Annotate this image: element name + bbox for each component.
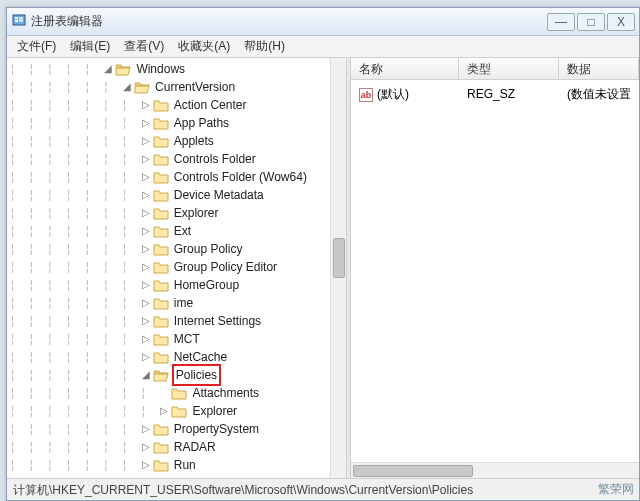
expand-toggle[interactable]: ▷ xyxy=(140,186,152,204)
minimize-button[interactable]: — xyxy=(547,13,575,31)
folder-icon xyxy=(153,476,169,478)
list-body[interactable]: ab(默认) REG_SZ (数值未设置 xyxy=(351,80,639,462)
expand-toggle[interactable]: ▷ xyxy=(140,276,152,294)
tree-label[interactable]: Windows xyxy=(134,60,187,78)
tree-node-attachments[interactable]: ¦ ¦ ¦ ¦ ¦ ¦ ¦ ¦ Attachments xyxy=(9,384,346,402)
value-name: (默认) xyxy=(377,87,409,101)
expand-toggle[interactable]: ◢ xyxy=(121,78,133,96)
tree-label[interactable]: RunOnce xyxy=(172,474,227,478)
expand-toggle[interactable]: ▷ xyxy=(140,474,152,478)
col-type[interactable]: 类型 xyxy=(459,58,559,79)
expand-toggle[interactable]: ▷ xyxy=(140,348,152,366)
folder-icon xyxy=(171,386,187,400)
list-row[interactable]: ab(默认) REG_SZ (数值未设置 xyxy=(351,84,639,104)
tree-node-runonce[interactable]: ¦ ¦ ¦ ¦ ¦ ¦ ¦ ▷RunOnce xyxy=(9,474,346,478)
folder-icon xyxy=(153,332,169,346)
expand-toggle[interactable]: ▷ xyxy=(140,456,152,474)
tree-pane: ¦ ¦ ¦ ¦ ¦ ◢Windows¦ ¦ ¦ ¦ ¦ ¦ ◢CurrentVe… xyxy=(7,58,347,478)
expand-toggle[interactable]: ▷ xyxy=(140,438,152,456)
expand-toggle[interactable]: ▷ xyxy=(140,330,152,348)
tree-node-mct[interactable]: ¦ ¦ ¦ ¦ ¦ ¦ ¦ ▷MCT xyxy=(9,330,346,348)
tree-node-action-center[interactable]: ¦ ¦ ¦ ¦ ¦ ¦ ¦ ▷Action Center xyxy=(9,96,346,114)
tree-node-ext[interactable]: ¦ ¦ ¦ ¦ ¦ ¦ ¦ ▷Ext xyxy=(9,222,346,240)
tree-node-controls-folder[interactable]: ¦ ¦ ¦ ¦ ¦ ¦ ¦ ▷Controls Folder xyxy=(9,150,346,168)
menu-edit[interactable]: 编辑(E) xyxy=(64,36,116,57)
expand-toggle[interactable]: ▷ xyxy=(140,222,152,240)
tree-node-ime[interactable]: ¦ ¦ ¦ ¦ ¦ ¦ ¦ ▷ime xyxy=(9,294,346,312)
svg-rect-1 xyxy=(15,17,18,19)
tree-label[interactable]: Group Policy xyxy=(172,240,245,258)
tree-label[interactable]: HomeGroup xyxy=(172,276,241,294)
col-name[interactable]: 名称 xyxy=(351,58,459,79)
tree-label[interactable]: CurrentVersion xyxy=(153,78,237,96)
expand-toggle[interactable]: ▷ xyxy=(140,312,152,330)
tree-label[interactable]: Applets xyxy=(172,132,216,150)
expand-toggle[interactable]: ◢ xyxy=(102,60,114,78)
tree-label[interactable]: PropertySystem xyxy=(172,420,261,438)
tree-node-windows[interactable]: ¦ ¦ ¦ ¦ ¦ ◢Windows xyxy=(9,60,346,78)
tree-node-explorer[interactable]: ¦ ¦ ¦ ¦ ¦ ¦ ¦ ¦ ▷Explorer xyxy=(9,402,346,420)
menu-fav[interactable]: 收藏夹(A) xyxy=(172,36,236,57)
tree-node-device-metadata[interactable]: ¦ ¦ ¦ ¦ ¦ ¦ ¦ ▷Device Metadata xyxy=(9,186,346,204)
tree-label[interactable]: ime xyxy=(172,294,195,312)
tree-label[interactable]: App Paths xyxy=(172,114,231,132)
expand-toggle[interactable]: ▷ xyxy=(140,204,152,222)
expand-toggle[interactable]: ▷ xyxy=(140,150,152,168)
tree-label[interactable]: Action Center xyxy=(172,96,249,114)
tree-label[interactable]: Device Metadata xyxy=(172,186,266,204)
expand-toggle[interactable]: ▷ xyxy=(140,294,152,312)
tree-node-radar[interactable]: ¦ ¦ ¦ ¦ ¦ ¦ ¦ ▷RADAR xyxy=(9,438,346,456)
tree-node-explorer[interactable]: ¦ ¦ ¦ ¦ ¦ ¦ ¦ ▷Explorer xyxy=(9,204,346,222)
folder-icon xyxy=(153,278,169,292)
tree-vscroll[interactable] xyxy=(330,58,346,478)
tree-label[interactable]: Attachments xyxy=(190,384,261,402)
tree-label[interactable]: Internet Settings xyxy=(172,312,263,330)
expand-toggle[interactable]: ▷ xyxy=(140,168,152,186)
tree-label[interactable]: Controls Folder (Wow64) xyxy=(172,168,309,186)
folder-icon xyxy=(153,242,169,256)
tree-node-internet-settings[interactable]: ¦ ¦ ¦ ¦ ¦ ¦ ¦ ▷Internet Settings xyxy=(9,312,346,330)
expand-toggle[interactable]: ▷ xyxy=(140,114,152,132)
scroll-thumb[interactable] xyxy=(333,238,345,278)
tree-node-currentversion[interactable]: ¦ ¦ ¦ ¦ ¦ ¦ ◢CurrentVersion xyxy=(9,78,346,96)
maximize-button[interactable]: □ xyxy=(577,13,605,31)
tree-label[interactable]: Ext xyxy=(172,222,193,240)
expand-toggle[interactable]: ▷ xyxy=(140,258,152,276)
tree-label[interactable]: Explorer xyxy=(172,204,221,222)
expand-toggle[interactable]: ◢ xyxy=(140,366,152,384)
tree-node-propertysystem[interactable]: ¦ ¦ ¦ ¦ ¦ ¦ ¦ ▷PropertySystem xyxy=(9,420,346,438)
expand-toggle[interactable]: ▷ xyxy=(140,420,152,438)
tree-label[interactable]: MCT xyxy=(172,330,202,348)
menubar: 文件(F) 编辑(E) 查看(V) 收藏夹(A) 帮助(H) xyxy=(7,36,639,58)
menu-file[interactable]: 文件(F) xyxy=(11,36,62,57)
titlebar[interactable]: 注册表编辑器 — □ X xyxy=(7,8,639,36)
close-button[interactable]: X xyxy=(607,13,635,31)
tree-node-controls-folder-wow64-[interactable]: ¦ ¦ ¦ ¦ ¦ ¦ ¦ ▷Controls Folder (Wow64) xyxy=(9,168,346,186)
folder-icon xyxy=(153,170,169,184)
tree-node-app-paths[interactable]: ¦ ¦ ¦ ¦ ¦ ¦ ¦ ▷App Paths xyxy=(9,114,346,132)
tree-node-applets[interactable]: ¦ ¦ ¦ ¦ ¦ ¦ ¦ ▷Applets xyxy=(9,132,346,150)
expand-toggle[interactable]: ▷ xyxy=(140,132,152,150)
client-area: ¦ ¦ ¦ ¦ ¦ ◢Windows¦ ¦ ¦ ¦ ¦ ¦ ◢CurrentVe… xyxy=(7,58,639,478)
tree-node-group-policy-editor[interactable]: ¦ ¦ ¦ ¦ ¦ ¦ ¦ ▷Group Policy Editor xyxy=(9,258,346,276)
tree-node-run[interactable]: ¦ ¦ ¦ ¦ ¦ ¦ ¦ ▷Run xyxy=(9,456,346,474)
menu-view[interactable]: 查看(V) xyxy=(118,36,170,57)
folder-icon xyxy=(153,314,169,328)
list-hscroll[interactable] xyxy=(351,462,639,478)
scroll-thumb[interactable] xyxy=(353,465,473,477)
expand-toggle[interactable]: ▷ xyxy=(158,402,170,420)
tree-node-group-policy[interactable]: ¦ ¦ ¦ ¦ ¦ ¦ ¦ ▷Group Policy xyxy=(9,240,346,258)
tree-label[interactable]: Run xyxy=(172,456,198,474)
tree-label[interactable]: Policies xyxy=(172,364,221,386)
col-data[interactable]: 数据 xyxy=(559,58,639,79)
tree-node-homegroup[interactable]: ¦ ¦ ¦ ¦ ¦ ¦ ¦ ▷HomeGroup xyxy=(9,276,346,294)
expand-toggle[interactable]: ▷ xyxy=(140,240,152,258)
menu-help[interactable]: 帮助(H) xyxy=(238,36,291,57)
tree-label[interactable]: Group Policy Editor xyxy=(172,258,279,276)
expand-toggle[interactable] xyxy=(158,384,170,402)
tree-label[interactable]: RADAR xyxy=(172,438,218,456)
expand-toggle[interactable]: ▷ xyxy=(140,96,152,114)
tree-label[interactable]: Controls Folder xyxy=(172,150,258,168)
tree-label[interactable]: Explorer xyxy=(190,402,239,420)
tree-node-policies[interactable]: ¦ ¦ ¦ ¦ ¦ ¦ ¦ ◢Policies xyxy=(9,366,346,384)
